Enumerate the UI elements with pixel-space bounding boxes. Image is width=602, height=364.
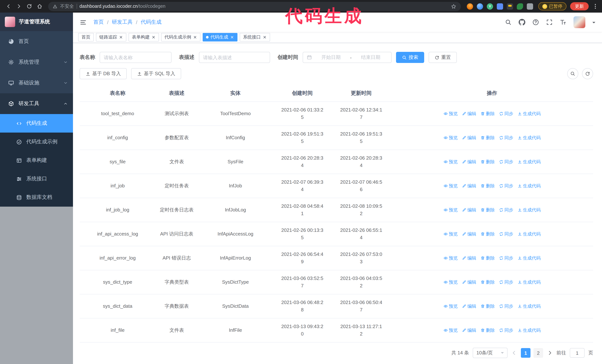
action-sync[interactable]: 同步 xyxy=(499,206,513,214)
action-edit[interactable]: 编辑 xyxy=(462,182,476,190)
fullscreen-icon[interactable] xyxy=(546,19,553,26)
action-delete[interactable]: 删除 xyxy=(480,134,495,141)
breadcrumb-item[interactable]: 研发工具 xyxy=(112,19,133,26)
action-preview[interactable]: 预览 xyxy=(443,134,458,141)
sidebar-item-home[interactable]: 首页 xyxy=(0,31,73,52)
action-edit[interactable]: 编辑 xyxy=(462,158,476,166)
browser-reload-button[interactable] xyxy=(24,1,34,11)
action-generate[interactable]: 生成代码 xyxy=(517,302,541,310)
close-icon[interactable] xyxy=(151,35,156,39)
refresh-table-button[interactable] xyxy=(582,68,593,79)
extension-icon-card[interactable] xyxy=(507,3,513,10)
close-icon[interactable] xyxy=(230,35,234,39)
action-preview[interactable]: 预览 xyxy=(443,279,458,286)
browser-forward-button[interactable] xyxy=(14,1,24,11)
tab-codegen[interactable]: 代码生成 xyxy=(203,33,237,42)
extension-icon-leaf[interactable] xyxy=(517,3,523,10)
sidebar-item-devtools[interactable]: 研发工具 xyxy=(0,93,73,114)
action-preview[interactable]: 预览 xyxy=(443,230,458,238)
action-sync[interactable]: 同步 xyxy=(499,230,513,238)
date-range-picker[interactable]: 开始日期 - 结束日期 xyxy=(303,52,392,63)
help-icon[interactable] xyxy=(532,19,539,26)
import-sql-button[interactable]: 基于 SQL 导入 xyxy=(131,68,181,79)
reset-button[interactable]: 重置 xyxy=(429,52,457,63)
action-delete[interactable]: 删除 xyxy=(480,206,495,214)
action-delete[interactable]: 删除 xyxy=(480,158,495,166)
tab-codegen-demo[interactable]: 代码生成示例 xyxy=(161,33,200,42)
table-desc-input[interactable] xyxy=(199,52,270,63)
close-icon[interactable] xyxy=(263,35,267,39)
action-edit[interactable]: 编辑 xyxy=(462,230,476,238)
bookmark-star-icon[interactable] xyxy=(451,3,456,9)
search-button[interactable]: 搜索 xyxy=(396,52,424,63)
sidebar-item-codegen-demo[interactable]: 代码生成示例 xyxy=(0,133,73,151)
action-sync[interactable]: 同步 xyxy=(499,254,513,262)
prev-page-button[interactable] xyxy=(511,350,517,356)
action-sync[interactable]: 同步 xyxy=(499,158,513,166)
page-button-1[interactable]: 1 xyxy=(521,348,530,358)
table-name-input[interactable] xyxy=(100,52,172,63)
action-preview[interactable]: 预览 xyxy=(443,182,458,190)
action-preview[interactable]: 预览 xyxy=(443,302,458,310)
action-generate[interactable]: 生成代码 xyxy=(517,254,541,262)
action-delete[interactable]: 删除 xyxy=(480,279,495,286)
action-delete[interactable]: 删除 xyxy=(480,110,495,117)
action-edit[interactable]: 编辑 xyxy=(462,302,476,310)
action-preview[interactable]: 预览 xyxy=(443,327,458,334)
tab-api[interactable]: 系统接口 xyxy=(240,33,270,42)
profile-paused-badge[interactable]: 已暂停 xyxy=(538,2,566,10)
page-button-2[interactable]: 2 xyxy=(533,348,543,358)
action-sync[interactable]: 同步 xyxy=(499,110,513,117)
action-generate[interactable]: 生成代码 xyxy=(517,230,541,238)
next-page-button[interactable] xyxy=(547,350,553,356)
action-edit[interactable]: 编辑 xyxy=(462,279,476,286)
github-icon[interactable] xyxy=(519,19,525,26)
tab-form-build[interactable]: 表单构建 xyxy=(129,33,159,42)
action-sync[interactable]: 同步 xyxy=(499,302,513,310)
import-db-button[interactable]: 基于 DB 导入 xyxy=(80,68,127,79)
action-edit[interactable]: 编辑 xyxy=(462,206,476,214)
action-delete[interactable]: 删除 xyxy=(480,254,495,262)
browser-back-button[interactable] xyxy=(4,1,13,11)
tab-tracer[interactable]: 链路追踪 xyxy=(96,33,126,42)
toggle-search-button[interactable] xyxy=(567,68,578,79)
action-generate[interactable]: 生成代码 xyxy=(517,206,541,214)
action-sync[interactable]: 同步 xyxy=(499,327,513,334)
action-preview[interactable]: 预览 xyxy=(443,158,458,166)
action-delete[interactable]: 删除 xyxy=(480,302,495,310)
breadcrumb-item[interactable]: 代码生成 xyxy=(141,19,161,26)
action-preview[interactable]: 预览 xyxy=(443,206,458,214)
page-size-select[interactable]: 10条/页 xyxy=(473,348,507,358)
sidebar-item-api[interactable]: 系统接口 xyxy=(0,170,73,188)
extension-icon-people[interactable] xyxy=(497,3,503,10)
action-generate[interactable]: 生成代码 xyxy=(517,182,541,190)
action-edit[interactable]: 编辑 xyxy=(462,134,476,141)
action-generate[interactable]: 生成代码 xyxy=(517,110,541,117)
action-delete[interactable]: 删除 xyxy=(480,230,495,238)
breadcrumb-item[interactable]: 首页 xyxy=(93,19,104,26)
action-edit[interactable]: 编辑 xyxy=(462,254,476,262)
address-bar[interactable]: 不安全 dashboard.yudao.iocoder.cn/tool/code… xyxy=(48,2,461,11)
action-sync[interactable]: 同步 xyxy=(499,182,513,190)
action-edit[interactable]: 编辑 xyxy=(462,327,476,334)
app-logo[interactable]: 芋道管理系统 xyxy=(0,13,73,31)
browser-menu-icon[interactable] xyxy=(592,3,598,9)
action-generate[interactable]: 生成代码 xyxy=(517,327,541,334)
action-preview[interactable]: 预览 xyxy=(443,110,458,117)
goto-page-input[interactable] xyxy=(570,348,585,358)
action-generate[interactable]: 生成代码 xyxy=(517,158,541,166)
action-preview[interactable]: 预览 xyxy=(443,254,458,262)
action-generate[interactable]: 生成代码 xyxy=(517,279,541,286)
sidebar-item-codegen[interactable]: 代码生成 xyxy=(0,114,73,133)
extensions-puzzle-icon[interactable] xyxy=(527,3,533,10)
browser-update-button[interactable]: 更新 xyxy=(570,2,589,10)
action-delete[interactable]: 删除 xyxy=(480,182,495,190)
avatar-caret-icon[interactable] xyxy=(592,22,595,25)
action-edit[interactable]: 编辑 xyxy=(462,110,476,117)
tab-home[interactable]: 首页 xyxy=(78,33,94,42)
extension-icon-fox[interactable] xyxy=(467,3,473,10)
action-sync[interactable]: 同步 xyxy=(499,279,513,286)
close-icon[interactable] xyxy=(193,35,197,39)
sidebar-item-system[interactable]: 系统管理 xyxy=(0,52,73,73)
action-generate[interactable]: 生成代码 xyxy=(517,134,541,141)
